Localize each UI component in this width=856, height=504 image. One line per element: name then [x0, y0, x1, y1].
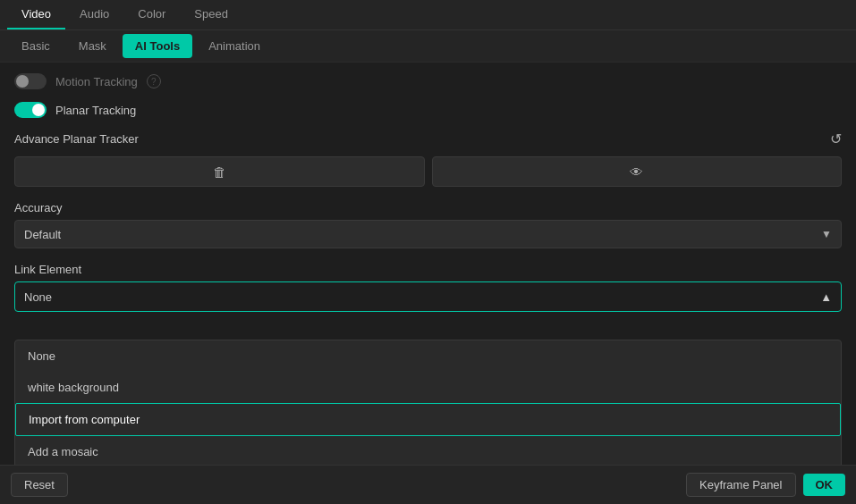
- planar-tracking-toggle[interactable]: [14, 102, 47, 118]
- action-buttons-row: 🗑 👁: [14, 156, 842, 187]
- keyframe-panel-button[interactable]: Keyframe Panel: [686, 473, 796, 497]
- motion-tracking-toggle[interactable]: [14, 73, 47, 89]
- tab-color[interactable]: Color: [123, 0, 180, 29]
- eye-button[interactable]: 👁: [432, 156, 843, 187]
- delete-icon: 🗑: [213, 164, 226, 180]
- link-element-dropdown-menu: None white background Import from comput…: [14, 340, 842, 465]
- eye-icon: 👁: [630, 164, 643, 180]
- advance-planar-tracker-header: Advance Planar Tracker ↺: [14, 130, 842, 147]
- main-content: Motion Tracking ? Planar Tracking Advanc…: [0, 63, 856, 465]
- accuracy-label: Accuracy: [14, 201, 842, 214]
- motion-tracking-label: Motion Tracking: [55, 75, 138, 88]
- planar-tracking-row: Planar Tracking: [14, 102, 842, 118]
- accuracy-arrow-icon: ▼: [821, 228, 832, 240]
- advance-planar-tracker-reset-icon[interactable]: ↺: [830, 130, 842, 147]
- tab-audio[interactable]: Audio: [65, 0, 123, 29]
- tab-video[interactable]: Video: [7, 0, 65, 29]
- ok-button[interactable]: OK: [803, 474, 846, 496]
- subtab-ai-tools[interactable]: AI Tools: [123, 34, 192, 58]
- dropdown-item-import-from-computer[interactable]: Import from computer: [15, 403, 841, 436]
- link-element-label: Link Element: [14, 263, 842, 276]
- motion-tracking-info-icon[interactable]: ?: [147, 74, 161, 88]
- link-element-dropdown[interactable]: None ▲: [14, 281, 842, 312]
- planar-tracking-label: Planar Tracking: [55, 104, 136, 117]
- subtab-mask[interactable]: Mask: [66, 34, 119, 58]
- link-element-value: None: [24, 290, 52, 304]
- bottom-bar: Reset Keyframe Panel OK: [0, 465, 856, 504]
- subtab-basic[interactable]: Basic: [9, 34, 63, 58]
- tab-speed[interactable]: Speed: [180, 0, 242, 29]
- dropdown-item-white-background[interactable]: white background: [15, 372, 841, 403]
- link-element-arrow-icon: ▲: [820, 290, 832, 304]
- delete-button[interactable]: 🗑: [14, 156, 425, 187]
- advance-planar-tracker-title: Advance Planar Tracker: [14, 132, 139, 146]
- motion-tracking-row: Motion Tracking ?: [14, 73, 842, 89]
- reset-button[interactable]: Reset: [11, 473, 68, 497]
- subtab-animation[interactable]: Animation: [196, 34, 273, 58]
- sub-tab-bar: Basic Mask AI Tools Animation: [0, 30, 856, 63]
- top-tab-bar: Video Audio Color Speed: [0, 0, 856, 30]
- bottom-right-actions: Keyframe Panel OK: [686, 473, 845, 497]
- accuracy-dropdown[interactable]: Default ▼: [14, 220, 842, 248]
- dropdown-item-none[interactable]: None: [15, 340, 841, 372]
- accuracy-value: Default: [24, 228, 61, 241]
- dropdown-item-add-a-mosaic[interactable]: Add a mosaic: [15, 436, 841, 465]
